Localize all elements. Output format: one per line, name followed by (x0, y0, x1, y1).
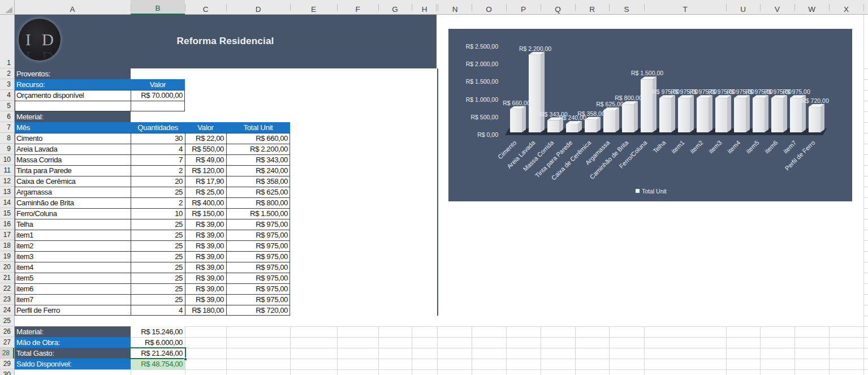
svg-text:R$ 2.200,00: R$ 2.200,00 (519, 45, 551, 52)
svg-text:R$ 2.000,00: R$ 2.000,00 (466, 61, 498, 67)
svg-text:R$ 1.500,00: R$ 1.500,00 (466, 78, 498, 85)
svg-text:Total Unit: Total Unit (642, 188, 667, 195)
svg-text:R$ 1.500,00: R$ 1.500,00 (631, 70, 663, 76)
svg-text:R$ 500,00: R$ 500,00 (471, 114, 499, 120)
svg-text:R$ 0,00: R$ 0,00 (477, 131, 498, 138)
svg-text:R$ 800,00: R$ 800,00 (615, 94, 642, 101)
svg-text:R$ 2.500,00: R$ 2.500,00 (466, 43, 498, 50)
svg-text:R$ 358,00: R$ 358,00 (577, 110, 605, 117)
svg-text:R$ 660,00: R$ 660,00 (503, 100, 530, 106)
svg-text:R$ 625,00: R$ 625,00 (596, 101, 624, 107)
svg-text:R$ 1.000,00: R$ 1.000,00 (466, 96, 498, 103)
svg-text:R$ 975,00: R$ 975,00 (783, 88, 810, 95)
svg-text:R$ 720,00: R$ 720,00 (801, 97, 829, 104)
